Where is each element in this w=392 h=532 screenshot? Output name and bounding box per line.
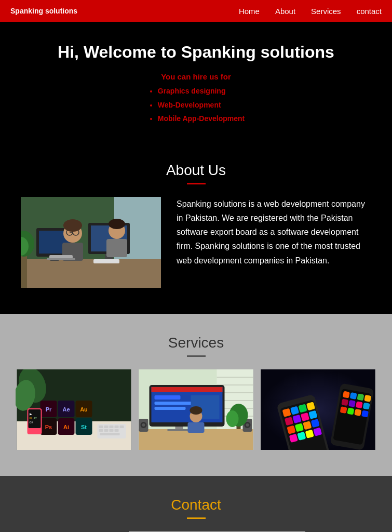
svg-rect-117 [356,401,363,408]
svg-rect-119 [340,406,347,414]
nav-services[interactable]: Services [311,7,341,16]
svg-point-78 [142,423,145,427]
svg-rect-115 [341,398,348,406]
svg-text:Pr: Pr [46,406,52,413]
nav-home[interactable]: Home [239,7,260,16]
svg-rect-120 [347,407,355,415]
navbar: Spanking solutions Home About Services c… [0,0,392,22]
svg-rect-72 [155,395,181,400]
about-content: Spanking solutions is a web development … [21,197,371,288]
svg-rect-53 [104,429,109,432]
web-image-svg [138,369,254,450]
svg-text:OK: OK [30,421,34,424]
graphics-image-svg: Pr Ae Au Ps Ai St ▶ PL AY OK [16,369,132,450]
svg-rect-52 [99,429,103,432]
about-image [21,197,161,288]
service-card-web [138,369,254,450]
svg-text:Ae: Ae [62,406,70,413]
about-description: Spanking solutions is a web development … [177,197,371,268]
svg-point-81 [246,423,249,427]
svg-rect-23 [93,259,119,263]
svg-text:Ps: Ps [45,424,52,430]
svg-rect-116 [348,400,356,407]
office-image-svg [21,197,161,288]
brand-name: Spanking solutions [10,7,239,15]
svg-rect-48 [104,425,109,428]
hire-item-3: Mobile App-Development [158,112,245,126]
svg-rect-16 [106,239,127,257]
svg-point-14 [63,219,82,232]
svg-rect-74 [155,407,186,410]
svg-rect-47 [99,425,103,428]
svg-rect-118 [363,402,370,409]
hire-item-1: Graphics designing [158,84,245,98]
hire-list: Graphics designing Web-Development Mobil… [147,84,245,126]
about-title: About Us [21,162,371,179]
services-title: Services [16,335,376,351]
contact-underline [187,517,206,519]
services-grid: Pr Ae Au Ps Ai St ▶ PL AY OK [16,369,376,450]
svg-rect-49 [110,425,114,428]
hero-section: Hi, Welcome to Spanking solutions You ca… [0,22,392,152]
svg-rect-112 [350,392,357,400]
hero-title: Hi, Welcome to Spanking solutions [10,43,382,62]
svg-point-84 [190,406,202,415]
svg-text:St: St [81,424,87,430]
svg-rect-56 [100,433,120,435]
services-section: Services Pr Ae Au Ps Ai [0,314,392,476]
svg-text:Ai: Ai [63,424,69,430]
svg-rect-55 [115,429,119,432]
svg-rect-68 [168,429,191,431]
svg-rect-71 [152,387,223,392]
nav-contact[interactable]: contact [357,7,382,16]
svg-text:Au: Au [80,406,88,413]
svg-point-87 [226,410,239,427]
svg-rect-121 [354,409,361,416]
svg-text:▶: ▶ [30,413,32,416]
svg-rect-113 [357,393,364,401]
svg-rect-50 [115,425,119,428]
svg-text:PL: PL [30,417,33,420]
about-section: About Us [0,152,392,314]
svg-rect-73 [155,402,196,405]
svg-rect-83 [188,422,205,433]
about-underline [187,183,206,184]
svg-rect-51 [120,425,124,428]
svg-rect-54 [110,429,114,432]
hire-heading: You can hire us for [10,72,382,81]
nav-about[interactable]: About [275,7,295,16]
service-card-mobile [260,369,376,450]
nav-links: Home About Services contact [239,7,382,16]
contact-title: Contact [16,497,376,513]
svg-text:AY: AY [34,417,37,420]
svg-rect-111 [343,391,350,398]
svg-rect-22 [47,258,75,260]
svg-point-17 [109,219,125,229]
mobile-image-svg [260,369,376,450]
contact-section: Contact Name Email Message Submit [0,476,392,532]
services-underline [187,355,206,357]
svg-rect-122 [361,410,369,417]
service-card-graphics: Pr Ae Au Ps Ai St ▶ PL AY OK [16,369,132,450]
hire-item-2: Web-Development [158,98,245,112]
svg-rect-114 [364,395,371,402]
svg-rect-2 [21,259,161,288]
